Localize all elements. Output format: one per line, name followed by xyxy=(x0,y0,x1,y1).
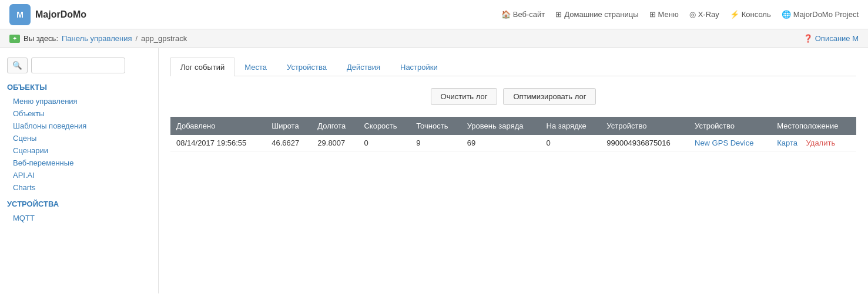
col-location: Местоположение xyxy=(771,117,856,135)
col-battery: Уровень заряда xyxy=(461,117,541,135)
clear-log-button[interactable]: Очистить лог xyxy=(431,88,498,105)
brand-area: M MajorDoMo xyxy=(9,4,86,25)
col-lat: Широта xyxy=(266,117,311,135)
cell-speed: 0 xyxy=(358,135,410,151)
table-row: 08/14/2017 19:56:55 46.6627 29.8007 0 9 … xyxy=(170,135,856,151)
tab-event-log[interactable]: Лог событий xyxy=(170,58,234,76)
sidebar: 🔍 ОБЪЕКТЫ Меню управления Объекты Шаблон… xyxy=(0,48,159,293)
table-header: Добавлено Широта Долгота Скорость Точнос… xyxy=(170,117,856,135)
nav-console[interactable]: ⚡ Консоль xyxy=(730,10,771,19)
sidebar-item-charts[interactable]: Charts xyxy=(7,181,151,194)
sidebar-section-objects: ОБЪЕКТЫ Меню управления Объекты Шаблоны … xyxy=(7,83,151,194)
col-device-id: Устройство xyxy=(601,117,689,135)
brand-name: MajorDoMo xyxy=(35,9,86,20)
sidebar-item-mqtt[interactable]: MQTT xyxy=(7,212,151,224)
breadcrumb-bar: ✦ Вы здесь: Панель управления / app_gpst… xyxy=(0,29,868,48)
nav-menu[interactable]: ⊞ Меню xyxy=(649,10,679,19)
table-body: 08/14/2017 19:56:55 46.6627 29.8007 0 9 … xyxy=(170,135,856,151)
cell-location: Карта Удалить xyxy=(771,135,856,151)
sidebar-section-devices: УСТРОЙСТВА MQTT xyxy=(7,200,151,224)
tabs-bar: Лог событий Места Устройства Действия На… xyxy=(170,58,856,76)
breadcrumb-icon: ✦ xyxy=(9,35,20,43)
col-lon: Долгота xyxy=(311,117,358,135)
tab-places[interactable]: Места xyxy=(234,58,277,76)
lightning-icon: ⚡ xyxy=(730,10,739,19)
location-map-link[interactable]: Карта xyxy=(777,139,797,147)
breadcrumb-parent-link[interactable]: Панель управления xyxy=(62,34,132,43)
col-speed: Скорость xyxy=(358,117,410,135)
breadcrumb: ✦ Вы здесь: Панель управления / app_gpst… xyxy=(9,34,187,43)
search-button[interactable]: 🔍 xyxy=(7,58,28,73)
sidebar-item-behavior-templates[interactable]: Шаблоны поведения xyxy=(7,120,151,132)
nav-website[interactable]: 🏠 Веб-сайт xyxy=(501,10,545,19)
col-accuracy: Точность xyxy=(410,117,461,135)
sidebar-item-apiai[interactable]: API.AI xyxy=(7,169,151,181)
cell-battery: 69 xyxy=(461,135,541,151)
question-icon: ❓ xyxy=(803,34,813,43)
sidebar-item-scenarios[interactable]: Сценарии xyxy=(7,144,151,157)
home-icon: 🏠 xyxy=(501,10,511,19)
menu-icon: ⊞ xyxy=(649,10,656,19)
cell-charging: 0 xyxy=(541,135,601,151)
tab-devices[interactable]: Устройства xyxy=(277,58,337,76)
breadcrumb-separator: / xyxy=(135,34,138,43)
sidebar-item-scenes[interactable]: Сцены xyxy=(7,132,151,144)
content-area: Лог событий Места Устройства Действия На… xyxy=(159,48,868,293)
sidebar-section-title-devices: УСТРОЙСТВА xyxy=(7,200,151,208)
col-added: Добавлено xyxy=(170,117,266,135)
optimize-log-button[interactable]: Оптимизировать лог xyxy=(503,88,596,105)
breadcrumb-current: app_gpstrack xyxy=(141,34,187,43)
cell-added: 08/14/2017 19:56:55 xyxy=(170,135,266,151)
breadcrumb-prefix: Вы здесь: xyxy=(24,34,58,43)
search-input[interactable] xyxy=(31,58,125,73)
main-layout: 🔍 ОБЪЕКТЫ Меню управления Объекты Шаблон… xyxy=(0,48,868,293)
col-charging: На зарядке xyxy=(541,117,601,135)
cell-accuracy: 9 xyxy=(410,135,461,151)
cell-device-name: New GPS Device xyxy=(689,135,771,151)
nav-project[interactable]: 🌐 MajorDoMo Project xyxy=(782,10,859,19)
action-row: Очистить лог Оптимизировать лог xyxy=(170,88,856,105)
grid-icon: ⊞ xyxy=(555,10,562,19)
search-bar: 🔍 xyxy=(7,58,151,73)
sidebar-item-web-variables[interactable]: Веб-переменные xyxy=(7,157,151,169)
tab-settings[interactable]: Настройки xyxy=(390,58,448,76)
nav-home-pages[interactable]: ⊞ Домашние страницы xyxy=(555,10,638,19)
delete-link[interactable]: Удалить xyxy=(806,139,836,147)
top-navigation: M MajorDoMo 🏠 Веб-сайт ⊞ Домашние страни… xyxy=(0,0,868,29)
sidebar-item-menu-management[interactable]: Меню управления xyxy=(7,95,151,107)
description-link[interactable]: ❓ Описание М xyxy=(803,34,859,43)
sidebar-item-objects[interactable]: Объекты xyxy=(7,107,151,120)
cell-lat: 46.6627 xyxy=(266,135,311,151)
sidebar-section-title-objects: ОБЪЕКТЫ xyxy=(7,83,151,92)
xray-icon: ◎ xyxy=(689,10,696,19)
logo-icon: M xyxy=(9,4,31,25)
tab-actions[interactable]: Действия xyxy=(337,58,390,76)
event-log-table: Добавлено Широта Долгота Скорость Точнос… xyxy=(170,117,856,151)
nav-xray[interactable]: ◎ X-Ray xyxy=(689,10,719,19)
cell-lon: 29.8007 xyxy=(311,135,358,151)
globe-icon: 🌐 xyxy=(782,10,791,19)
col-device-name: Устройство xyxy=(689,117,771,135)
cell-device-id: 990004936875016 xyxy=(601,135,689,151)
search-icon: 🔍 xyxy=(12,61,22,70)
top-nav-links: 🏠 Веб-сайт ⊞ Домашние страницы ⊞ Меню ◎ … xyxy=(501,10,859,19)
